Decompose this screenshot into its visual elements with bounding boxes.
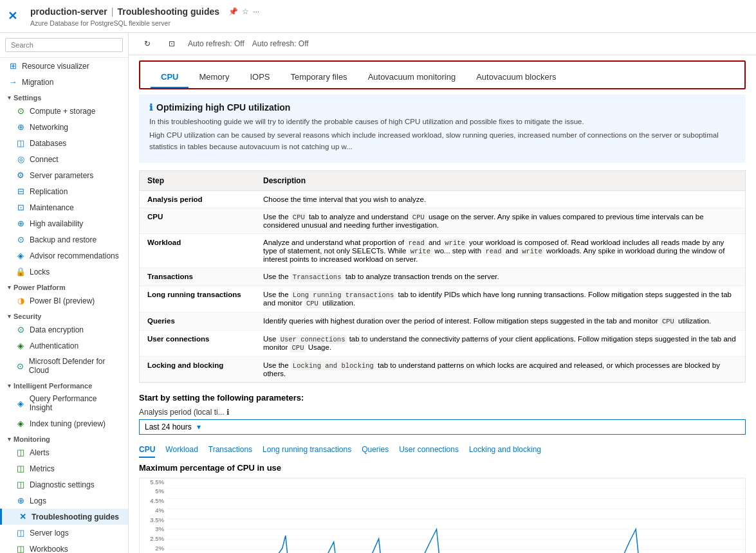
item-icon: ⚙ [15, 170, 26, 180]
section-label: Monitoring [14, 435, 50, 443]
step-name: Long running transactions [140, 286, 255, 312]
item-label: Server logs [30, 529, 69, 538]
sidebar-item-alerts[interactable]: ◫Alerts [0, 444, 128, 460]
more-icon[interactable]: ··· [253, 7, 259, 16]
item-label: Metrics [30, 464, 55, 473]
sidebar-item-high-availability[interactable]: ⊕High availability [0, 215, 128, 231]
step-desc: Identify queries with highest duration o… [255, 312, 745, 330]
sidebar-section-intelligent-performance[interactable]: ▾Intelligent Performance [0, 378, 128, 391]
sidebar-item-data-encryption[interactable]: ⊙Data encryption [0, 322, 128, 338]
item-icon: ⊕ [15, 122, 26, 132]
analysis-period-select[interactable]: Last 24 hours ▾ [139, 419, 746, 435]
sidebar-section-settings[interactable]: ▾Settings [0, 90, 128, 103]
top-tab-autovacuum-monitoring[interactable]: Autovacuum monitoring [358, 67, 466, 88]
sidebar-item-index-tuning-preview-[interactable]: ◈Index tuning (preview) [0, 415, 128, 431]
sidebar-section-monitoring[interactable]: ▾Monitoring [0, 431, 128, 444]
sidebar-item-metrics[interactable]: ◫Metrics [0, 460, 128, 476]
section-label: Intelligent Performance [14, 382, 92, 390]
item-label: Resource visualizer [22, 62, 89, 71]
chevron-icon: ▾ [8, 284, 11, 291]
refresh-icon: ↻ [144, 39, 151, 48]
sidebar-item-microsoft-defender-for-cloud[interactable]: ⊙Microsoft Defender for Cloud [0, 354, 128, 378]
step-name: Locking and blocking [140, 356, 255, 382]
info-icon: ℹ [149, 102, 152, 113]
table-row: QueriesIdentify queries with highest dur… [140, 312, 745, 330]
item-icon: ✕ [17, 512, 28, 521]
item-icon: ◫ [15, 464, 26, 473]
item-icon: ⊕ [15, 496, 26, 505]
sidebar-item-connect[interactable]: ◎Connect [0, 151, 128, 167]
item-label: Server parameters [30, 171, 93, 180]
chart-y-label-4: 3.5% [150, 516, 164, 523]
top-tab-memory[interactable]: Memory [189, 67, 239, 88]
analysis-tab-workload[interactable]: Workload [165, 442, 198, 458]
sidebar-item-authentication[interactable]: ◈Authentication [0, 338, 128, 354]
title-separator: | [111, 6, 114, 17]
table-row: TransactionsUse the Transactions tab to … [140, 267, 745, 286]
analysis-tab-queries[interactable]: Queries [362, 442, 389, 458]
sidebar-item-workbooks[interactable]: ◫Workbooks [0, 541, 128, 553]
share-button[interactable]: ⊡ [163, 37, 180, 51]
item-icon: ◈ [15, 419, 26, 428]
step-desc: Use the Transactions tab to analyze tran… [255, 267, 745, 286]
chart-y-label-6: 2.5% [150, 535, 164, 542]
params-section: Start by setting the following parameter… [139, 393, 746, 435]
item-icon: ⊙ [15, 361, 25, 371]
sidebar-section-security[interactable]: ▾Security [0, 309, 128, 322]
sidebar-item-locks[interactable]: 🔒Locks [0, 264, 128, 280]
refresh-button[interactable]: ↻ [139, 37, 156, 51]
sidebar-section-power-platform[interactable]: ▾Power Platform [0, 280, 128, 293]
analysis-tab-user-connections[interactable]: User connections [399, 442, 459, 458]
section-label: Security [14, 313, 41, 320]
chart-y-labels: 5.5%5%4.5%4%3.5%3%2.5%2%1.5%1%0% [140, 478, 167, 553]
top-tab-temporary-files[interactable]: Temporary files [280, 67, 357, 88]
item-label: Replication [30, 187, 68, 196]
sidebar-item-query-performance-insight[interactable]: ◈Query Performance Insight [0, 391, 128, 415]
search-container [0, 33, 128, 58]
pin-icon[interactable]: 📌 [228, 7, 238, 16]
step-desc: Use the CPU tab to analyze and understan… [255, 208, 745, 233]
chart-y-label-7: 2% [155, 545, 164, 552]
sidebar-item-resource-visualizer[interactable]: ⊞Resource visualizer [0, 58, 128, 74]
sidebar-item-databases[interactable]: ◫Databases [0, 135, 128, 151]
step-desc: Choose the time interval that you wish t… [255, 190, 745, 208]
auto-refresh-label: Auto refresh: Off [188, 39, 244, 48]
sidebar-item-diagnostic-settings[interactable]: ◫Diagnostic settings [0, 476, 128, 493]
sidebar-item-advisor-recommendations[interactable]: ◈Advisor recommendations [0, 248, 128, 264]
sidebar-item-power-bi-preview-[interactable]: ◑Power BI (preview) [0, 293, 128, 309]
subtitle: Azure Database for PostgreSQL flexible s… [23, 19, 267, 28]
top-tab-autovacuum-blockers[interactable]: Autovacuum blockers [466, 67, 566, 88]
analysis-tab-long-running-transactions[interactable]: Long running transactions [263, 442, 351, 458]
sidebar-item-networking[interactable]: ⊕Networking [0, 119, 128, 135]
sidebar-item-replication[interactable]: ⊟Replication [0, 183, 128, 199]
sidebar-nav: ⊞Resource visualizer→Migration▾Settings⊙… [0, 58, 128, 553]
sidebar-item-logs[interactable]: ⊕Logs [0, 493, 128, 509]
top-tab-iops[interactable]: IOPS [239, 67, 280, 88]
analysis-tab-transactions[interactable]: Transactions [208, 442, 252, 458]
sidebar-item-backup-and-restore[interactable]: ⊙Backup and restore [0, 231, 128, 248]
col-desc: Description [255, 171, 745, 191]
item-icon: → [8, 77, 18, 87]
sidebar-item-troubleshooting-guides[interactable]: ✕Troubleshooting guides [0, 509, 128, 525]
top-tab-cpu[interactable]: CPU [151, 67, 189, 88]
search-input[interactable] [5, 38, 123, 52]
item-icon: ⊙ [15, 235, 26, 244]
sidebar-item-server-logs[interactable]: ◫Server logs [0, 525, 128, 541]
item-label: Query Performance Insight [30, 394, 120, 412]
sidebar-item-server-parameters[interactable]: ⚙Server parameters [0, 167, 128, 183]
item-label: Alerts [30, 448, 50, 457]
step-name: Workload [140, 233, 255, 267]
top-bar: ✕ production-server | Troubleshooting gu… [0, 0, 756, 33]
item-icon: ◎ [15, 154, 26, 164]
chevron-icon: ▾ [8, 95, 11, 101]
steps-body: Analysis periodChoose the time interval … [140, 190, 745, 382]
item-label: Databases [30, 139, 66, 148]
sidebar-item-maintenance[interactable]: ⊡Maintenance [0, 199, 128, 215]
chevron-icon: ▾ [8, 383, 11, 389]
sidebar-item-compute-+-storage[interactable]: ⊙Compute + storage [0, 103, 128, 119]
analysis-tab-cpu[interactable]: CPU [139, 442, 155, 458]
sidebar-item-migration[interactable]: →Migration [0, 74, 128, 90]
star-icon[interactable]: ☆ [242, 7, 249, 16]
analysis-tab-locking-and-blocking[interactable]: Locking and blocking [469, 442, 541, 458]
chart-section: Maximum percentage of CPU in use 5.5%5%4… [139, 463, 746, 553]
